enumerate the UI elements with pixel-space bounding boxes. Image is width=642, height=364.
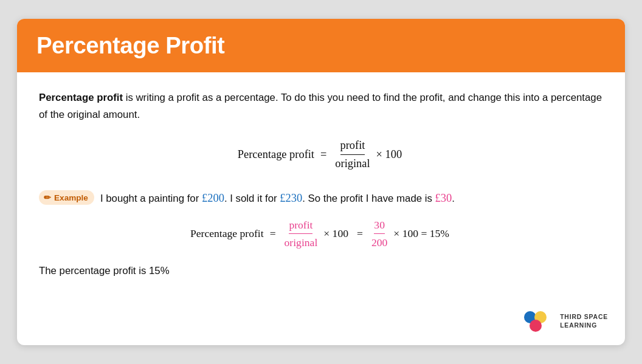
tsl-line2: LEARNING xyxy=(560,321,608,330)
formula2-times2: × 100 = 15% xyxy=(393,227,449,240)
intro-paragraph: Percentage profit is writing a profit as… xyxy=(39,89,603,123)
card-footer: THIRD SPACE LEARNING xyxy=(17,304,625,345)
intro-rest: is writing a profit as a percentage. To … xyxy=(39,92,602,120)
pencil-icon: ✏ xyxy=(44,193,51,202)
formula2-fraction-pink: profit original xyxy=(285,218,318,250)
profit: £30 xyxy=(435,192,452,204)
tsl-logo-text: THIRD SPACE LEARNING xyxy=(560,313,608,329)
formula2-times1: × 100 xyxy=(323,227,348,240)
price2: £230 xyxy=(280,192,302,204)
main-formula: Percentage profit = profit original × 10… xyxy=(39,138,603,173)
intro-bold: Percentage profit xyxy=(39,92,123,103)
example-text-after-price2: . So the profit I have made is xyxy=(302,193,435,204)
card-body: Percentage profit is writing a profit as… xyxy=(17,72,625,304)
card-header: Percentage Profit xyxy=(17,19,625,72)
example-text: I bought a painting for £200. I sold it … xyxy=(100,189,455,207)
formula2-block: Percentage profit = profit original × 10… xyxy=(39,218,603,250)
main-card: Percentage Profit Percentage profit is w… xyxy=(17,19,625,345)
example-row: ✏ Example I bought a painting for £200. … xyxy=(39,189,603,207)
tsl-line1: THIRD SPACE xyxy=(560,313,608,321)
equals-symbol: = xyxy=(320,148,326,161)
example-text-after-price1: . I sold it for xyxy=(224,193,280,204)
formula2-denominator-pink: original xyxy=(285,234,318,250)
formula-label: Percentage profit xyxy=(238,148,314,161)
formula2-numerator-pink: profit xyxy=(289,218,312,235)
svg-point-2 xyxy=(530,320,542,332)
price1: £200 xyxy=(202,192,224,204)
tsl-logo-icon xyxy=(522,309,554,334)
fraction-denominator: original xyxy=(335,155,370,172)
formula-row: Percentage profit = profit original × 10… xyxy=(238,138,404,173)
formula2-equals2: = xyxy=(357,227,363,240)
page-title: Percentage Profit xyxy=(36,32,606,59)
main-fraction: profit original xyxy=(335,138,370,173)
times-symbol: × 100 xyxy=(376,148,402,161)
formula2-row: Percentage profit = profit original × 10… xyxy=(190,218,452,250)
example-badge: ✏ Example xyxy=(39,190,94,205)
example-badge-label: Example xyxy=(54,193,88,202)
formula2-fraction2: 30 200 xyxy=(371,218,387,250)
example-text-before-price1: I bought a painting for xyxy=(100,193,202,204)
formula2-denominator2: 200 xyxy=(371,234,387,250)
example-text-end: . xyxy=(452,193,455,204)
formula2-label: Percentage profit xyxy=(190,227,264,240)
tsl-logo: THIRD SPACE LEARNING xyxy=(522,309,608,334)
formula2-numerator2: 30 xyxy=(374,218,385,235)
formula2-equals1: = xyxy=(270,227,276,240)
fraction-numerator: profit xyxy=(340,138,365,156)
conclusion-text: The percentage profit is 15% xyxy=(39,265,603,277)
